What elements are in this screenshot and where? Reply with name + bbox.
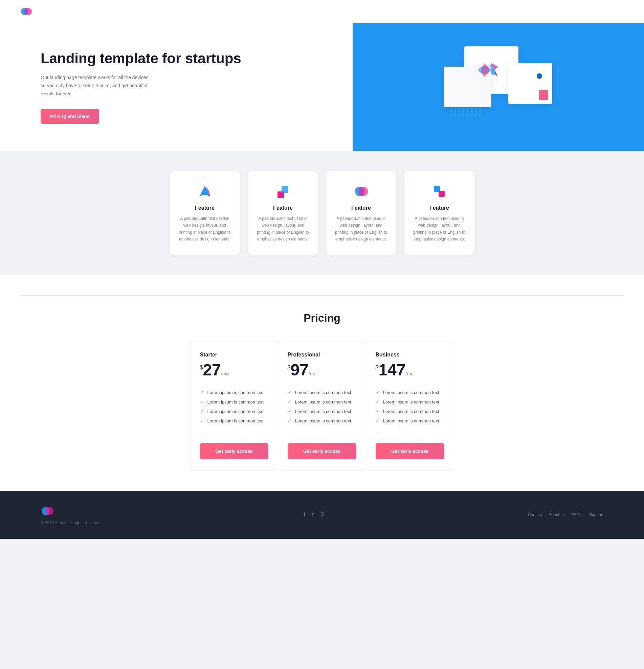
plan-price-professional: $97/mo	[288, 362, 356, 378]
plan-amount-professional: 97	[290, 361, 308, 379]
pricing-card-starter: Starter $27/mo ✓Lorem ipsum is common te…	[190, 341, 278, 470]
feature-desc-3: A pseudo-Latin text used in web design, …	[334, 215, 388, 243]
plan-feature-starter-3: ✓Lorem ipsum is common text	[200, 407, 268, 416]
plan-feature-biz-4: ✓Lorem ipsum is common text	[376, 416, 444, 426]
svg-rect-7	[438, 191, 445, 197]
footer-left: © 2018 Agnes, all rights reserved	[41, 504, 100, 525]
plan-feature-pro-3: ✓Lorem ipsum is common text	[288, 407, 356, 416]
plan-cta-business[interactable]: Get early access	[376, 443, 444, 459]
features-grid: Feature A pseudo-Latin text used in web …	[170, 171, 474, 255]
pricing-divider	[20, 295, 624, 296]
plan-name-professional: Professional	[288, 352, 356, 358]
check-icon: ✓	[288, 409, 292, 414]
hero-illustration	[353, 23, 644, 151]
check-icon: ✓	[200, 409, 204, 414]
hero-section: Landing template for startups Our landin…	[0, 23, 644, 151]
check-icon: ✓	[200, 418, 204, 424]
pricing-grid: Starter $27/mo ✓Lorem ipsum is common te…	[190, 341, 454, 470]
social-icon-facebook[interactable]: f	[304, 512, 305, 518]
feature-desc-1: A pseudo-Latin text used in web design, …	[178, 215, 232, 243]
plan-feature-starter-2: ✓Lorem ipsum is common text	[200, 397, 268, 407]
pricing-title: Pricing	[20, 312, 624, 324]
hero-content: Landing template for startups Our landin…	[0, 23, 353, 151]
plan-period-professional: /mo	[309, 371, 317, 376]
pricing-section: Pricing Starter $27/mo ✓Lorem ipsum is c…	[0, 275, 644, 491]
feature-desc-4: A pseudo-Latin text used in web design, …	[412, 215, 466, 243]
hero-cta-button[interactable]: Pricing and plans	[41, 109, 99, 124]
footer-nav-links: Contact About us FAQ's Support	[528, 512, 603, 517]
plan-cta-starter[interactable]: Get early access	[200, 443, 268, 459]
footer-link-faqs[interactable]: FAQ's	[572, 512, 583, 517]
plan-feature-starter-4: ✓Lorem ipsum is common text	[200, 416, 268, 426]
plan-period-business: /mo	[406, 371, 414, 376]
feature-card-1: Feature A pseudo-Latin text used in web …	[170, 171, 240, 255]
check-icon: ✓	[288, 390, 292, 395]
plan-feature-biz-1: ✓Lorem ipsum is common text	[376, 388, 444, 397]
hero-shape-card-3	[508, 63, 552, 104]
plan-price-starter: $27/mo	[200, 362, 268, 378]
features-section: Feature A pseudo-Latin text used in web …	[0, 151, 644, 275]
plan-amount-starter: 27	[203, 361, 221, 379]
social-icon-twitter[interactable]: t	[312, 512, 313, 518]
check-icon: ✓	[376, 418, 380, 424]
check-icon: ✓	[288, 399, 292, 404]
footer-logo	[41, 504, 100, 518]
logo	[20, 5, 32, 18]
plan-name-business: Business	[376, 352, 444, 358]
svg-point-9	[45, 507, 54, 515]
footer-link-contact[interactable]: Contact	[528, 512, 542, 517]
feature-title-2: Feature	[256, 205, 310, 211]
feature-card-2: Feature A pseudo-Latin text used in web …	[248, 171, 318, 255]
footer-link-about[interactable]: About us	[549, 512, 564, 517]
plan-amount-business: 147	[378, 361, 405, 379]
plan-cta-professional[interactable]: Get early access	[288, 443, 356, 459]
feature-card-3: Feature A pseudo-Latin text used in web …	[326, 171, 396, 255]
plan-feature-biz-2: ✓Lorem ipsum is common text	[376, 397, 444, 407]
hero-description: Our landing page template works for all …	[41, 74, 156, 98]
navbar	[0, 0, 644, 23]
svg-rect-3	[282, 186, 288, 193]
check-icon: ✓	[376, 409, 380, 414]
social-icon-google[interactable]: G	[321, 512, 324, 518]
plan-features-business: ✓Lorem ipsum is common text ✓Lorem ipsum…	[376, 388, 444, 426]
footer-link-support[interactable]: Support	[589, 512, 603, 517]
svg-point-1	[24, 8, 32, 15]
feature-card-4: Feature A pseudo-Latin text used in web …	[404, 171, 474, 255]
footer: © 2018 Agnes, all rights reserved f t G …	[0, 491, 644, 539]
social-icons: f t G	[304, 512, 324, 518]
plan-period-starter: /mo	[221, 371, 229, 376]
check-icon: ✓	[200, 399, 204, 404]
footer-copyright: © 2018 Agnes, all rights reserved	[41, 521, 100, 525]
feature-title-1: Feature	[178, 205, 232, 211]
feature-title-3: Feature	[334, 205, 388, 211]
check-icon: ✓	[288, 418, 292, 424]
plan-features-professional: ✓Lorem ipsum is common text ✓Lorem ipsum…	[288, 388, 356, 426]
feature-icon-2	[275, 183, 291, 200]
plan-feature-biz-3: ✓Lorem ipsum is common text	[376, 407, 444, 416]
svg-point-5	[359, 187, 368, 196]
plan-price-business: $147/mo	[376, 362, 444, 378]
plan-feature-pro-4: ✓Lorem ipsum is common text	[288, 416, 356, 426]
plan-name-starter: Starter	[200, 352, 268, 358]
feature-title-4: Feature	[412, 205, 466, 211]
check-icon: ✓	[200, 390, 204, 395]
plan-feature-pro-2: ✓Lorem ipsum is common text	[288, 397, 356, 407]
feature-icon-3	[353, 183, 369, 200]
pricing-card-professional: Professional $97/mo ✓Lorem ipsum is comm…	[278, 341, 366, 470]
feature-icon-1	[197, 183, 213, 200]
check-icon: ✓	[376, 399, 380, 404]
plan-feature-starter-1: ✓Lorem ipsum is common text	[200, 388, 268, 397]
feature-icon-4	[431, 183, 447, 200]
feature-desc-2: A pseudo-Latin text used in web design, …	[256, 215, 310, 243]
hero-title: Landing template for startups	[41, 50, 332, 67]
plan-features-starter: ✓Lorem ipsum is common text ✓Lorem ipsum…	[200, 388, 268, 426]
check-icon: ✓	[376, 390, 380, 395]
plan-feature-pro-1: ✓Lorem ipsum is common text	[288, 388, 356, 397]
pricing-card-business: Business $147/mo ✓Lorem ipsum is common …	[366, 341, 454, 470]
